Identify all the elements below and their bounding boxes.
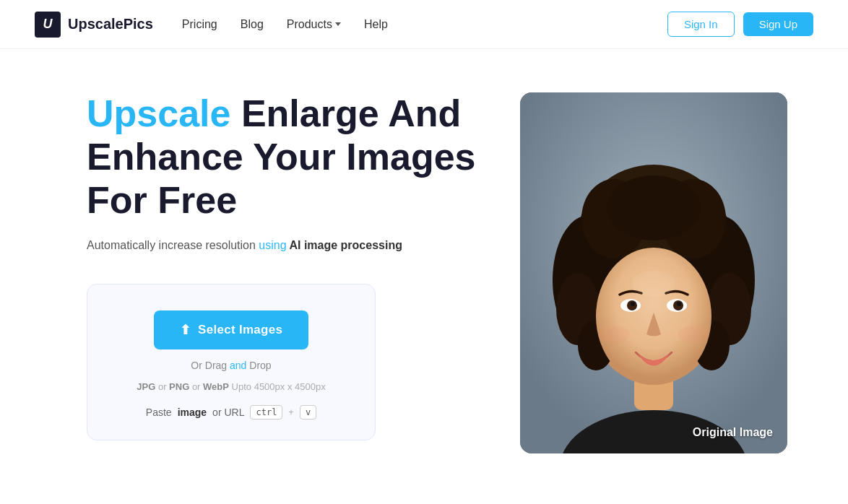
hero-title: Upscale Enlarge And Enhance Your Images …: [87, 92, 477, 222]
navbar-right: Sign In Sign Up: [667, 12, 813, 37]
main-content: Upscale Enlarge And Enhance Your Images …: [0, 49, 848, 482]
upload-icon: ⬆: [180, 322, 191, 338]
signin-button[interactable]: Sign In: [667, 12, 735, 37]
svg-point-10: [607, 175, 701, 240]
svg-point-23: [678, 326, 709, 343]
nav-links: Pricing Blog Products Help: [182, 18, 388, 31]
paste-row: Paste image or URL ctrl + v: [146, 405, 316, 420]
plus-icon: +: [288, 407, 294, 417]
logo[interactable]: U UpscalePics: [35, 12, 153, 38]
nav-link-products[interactable]: Products: [287, 18, 341, 31]
logo-name: UpscalePics: [68, 16, 153, 32]
upload-box: ⬆ Select Images Or Drag and Drop JPG or …: [87, 284, 376, 440]
signup-button[interactable]: Sign Up: [743, 12, 813, 36]
svg-point-24: [632, 271, 675, 297]
chevron-down-icon: [335, 22, 341, 26]
left-section: Upscale Enlarge And Enhance Your Images …: [87, 92, 477, 440]
navbar: U UpscalePics Pricing Blog Products Help…: [0, 0, 848, 49]
nav-link-help[interactable]: Help: [364, 18, 388, 31]
nav-link-blog[interactable]: Blog: [241, 18, 264, 31]
original-image-label: Original Image: [693, 426, 773, 439]
select-images-button[interactable]: ⬆ Select Images: [154, 310, 309, 349]
svg-point-20: [631, 302, 635, 306]
hero-subtitle: Automatically increase resolution using …: [87, 236, 477, 255]
portrait-svg: [520, 92, 787, 453]
logo-icon: U: [35, 12, 61, 38]
nav-link-pricing[interactable]: Pricing: [182, 18, 217, 31]
kbd-ctrl: ctrl: [250, 405, 282, 420]
svg-point-21: [677, 302, 681, 306]
kbd-v: v: [300, 405, 316, 420]
svg-point-22: [598, 326, 630, 343]
drag-drop-text: Or Drag and Drop: [191, 360, 271, 371]
portrait-image-container: Original Image: [520, 92, 787, 453]
file-types-text: JPG or PNG or WebP Upto 4500px x 4500px: [137, 381, 325, 392]
right-section: Original Image: [520, 92, 787, 453]
hero-title-accent: Upscale: [87, 92, 230, 134]
navbar-left: U UpscalePics Pricing Blog Products Help: [35, 12, 388, 38]
